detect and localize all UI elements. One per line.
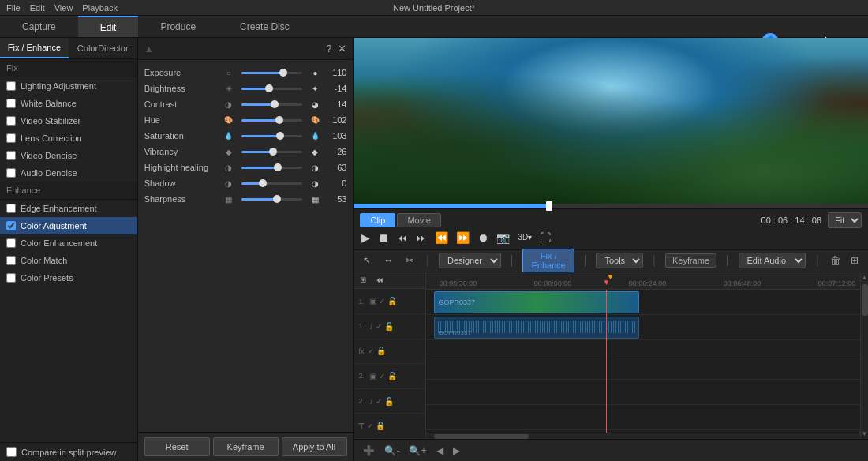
progress-thumb[interactable] — [546, 201, 552, 211]
track2-check-icon[interactable]: ✓ — [379, 372, 385, 380]
fix-item-whitebalance[interactable]: White Balance — [0, 95, 137, 112]
next-frame-btn[interactable]: ⏭ — [414, 231, 428, 244]
hue-track[interactable] — [241, 119, 303, 122]
fix-item-lens[interactable]: Lens Correction — [0, 129, 137, 147]
play-button[interactable]: ▶ — [360, 231, 372, 244]
track2-lock-icon[interactable]: 🔓 — [387, 372, 397, 380]
fix-item-stabilizer[interactable]: Video Stabilizer — [0, 112, 137, 129]
enhance-item-color-match[interactable]: Color Match — [0, 252, 137, 269]
menu-playback[interactable]: Playback — [82, 3, 118, 13]
scroll-down-btn[interactable]: ▼ — [861, 429, 868, 439]
tab-produce[interactable]: Produce — [138, 16, 218, 37]
v-scroll-thumb[interactable] — [862, 284, 868, 316]
fit-dropdown[interactable]: Fit — [828, 212, 862, 228]
grid-btn[interactable]: ⊞ — [847, 253, 862, 268]
exposure-track[interactable] — [241, 72, 303, 74]
fix-check-lens[interactable] — [6, 133, 16, 143]
menu-view[interactable]: View — [54, 3, 73, 13]
zoom-out-btn[interactable]: 🔍- — [381, 444, 402, 458]
contrast-track[interactable] — [241, 103, 303, 106]
zoom-in-btn[interactable]: 🔍+ — [406, 444, 429, 458]
menu-file[interactable]: File — [6, 3, 21, 13]
fix-check-whitebalance[interactable] — [6, 99, 16, 108]
prev-btn-bottom[interactable]: ◀ — [433, 444, 447, 458]
clip-block-video[interactable]: GOPR0337 — [434, 291, 639, 313]
fix-check-lighting[interactable] — [6, 81, 16, 91]
next-btn-bottom[interactable]: ▶ — [450, 444, 463, 458]
track2a-lock-icon[interactable]: 🔓 — [384, 397, 394, 406]
timeline-progress-bar[interactable] — [354, 204, 868, 208]
fix-item-audiodenoise[interactable]: Audio Denoise — [0, 164, 137, 182]
help-icon-btn[interactable]: ? — [326, 43, 331, 54]
compare-checkbox[interactable] — [6, 447, 17, 457]
fix-enhance-active-btn[interactable]: Fix / Enhance — [522, 249, 574, 272]
clip-block-audio[interactable]: GOPR0337 — [434, 317, 639, 339]
playhead[interactable] — [606, 290, 607, 433]
tab-edit[interactable]: Edit — [78, 16, 139, 37]
panel-tab-colordirector[interactable]: ColorDirector — [69, 38, 137, 58]
fix-item-videodenoise[interactable]: Video Denoise — [0, 147, 137, 164]
zoom-fit-btn[interactable]: ⊞ — [357, 274, 369, 286]
scroll-up-btn[interactable]: ▲ — [861, 272, 868, 283]
stop-button[interactable]: ⏹ — [376, 231, 391, 244]
track1-check-icon[interactable]: ✓ — [379, 297, 385, 305]
clip-tab[interactable]: Clip — [360, 213, 395, 227]
reset-button[interactable]: Reset — [144, 437, 210, 456]
vibrancy-track[interactable] — [241, 151, 303, 153]
text-check-icon[interactable]: ✓ — [367, 422, 373, 430]
delete-btn[interactable]: 🗑 — [830, 254, 841, 267]
track1a-check-icon[interactable]: ✓ — [376, 322, 382, 331]
saturation-track[interactable] — [241, 135, 303, 137]
designer-dropdown[interactable]: Designer — [439, 253, 501, 268]
shadow-track[interactable] — [241, 182, 303, 185]
edit-audio-dropdown[interactable]: Edit Audio — [739, 253, 806, 268]
keyframe-tl-btn[interactable]: Keyframe — [665, 253, 716, 268]
keyframe-button[interactable]: Keyframe — [213, 437, 279, 456]
prev-frame-btn[interactable]: ⏮ — [395, 231, 410, 244]
enhance-check-edge[interactable] — [6, 204, 16, 213]
enhance-item-color-presets[interactable]: Color Presets — [0, 269, 137, 287]
movie-tab[interactable]: Movie — [397, 213, 440, 227]
brightness-track[interactable] — [241, 88, 303, 90]
enhance-item-color-enh[interactable]: Color Enhancement — [0, 234, 137, 252]
ripple-tool-btn[interactable]: ↔ — [380, 253, 396, 268]
apply-to-all-button[interactable]: Apply to All — [282, 437, 347, 456]
record-btn[interactable]: ⏺ — [476, 231, 490, 244]
tab-create-disc[interactable]: Create Disc — [218, 16, 312, 37]
track1-lock-icon[interactable]: 🔓 — [387, 297, 397, 305]
text-lock-icon[interactable]: 🔓 — [376, 422, 385, 430]
track1a-lock-icon[interactable]: 🔓 — [384, 322, 394, 331]
enhance-check-color-enh[interactable] — [6, 238, 16, 248]
skip-back-btn[interactable]: ⏪ — [433, 231, 450, 244]
panel-tab-fix[interactable]: Fix / Enhance — [0, 38, 69, 58]
enhance-item-color-adj[interactable]: Color Adjustment — [0, 217, 137, 234]
cut-tool-btn[interactable]: ✂ — [402, 253, 417, 268]
enhance-check-color-adj[interactable] — [6, 221, 16, 230]
fix-check-videodenoise[interactable] — [6, 151, 16, 160]
highlight-track[interactable] — [241, 167, 303, 169]
sharpness-track[interactable] — [241, 198, 303, 201]
menu-edit[interactable]: Edit — [30, 3, 45, 13]
fx-check-icon[interactable]: ✓ — [368, 347, 374, 355]
enhance-check-color-match[interactable] — [6, 256, 16, 265]
fix-check-stabilizer[interactable] — [6, 116, 16, 126]
prev-marker-btn[interactable]: ⏮ — [372, 274, 387, 286]
h-scrollbar[interactable] — [426, 433, 860, 439]
track2a-check-icon[interactable]: ✓ — [376, 397, 382, 406]
3d-btn[interactable]: 3D▾ — [516, 233, 533, 242]
fx-lock-icon[interactable]: 🔓 — [376, 347, 386, 355]
arrow-tool-btn[interactable]: ↖ — [360, 253, 374, 268]
compare-row[interactable]: Compare in split preview — [0, 442, 137, 461]
fix-check-audiodenoise[interactable] — [6, 168, 16, 178]
vertical-scrollbar[interactable]: ▲ ▼ — [860, 272, 868, 440]
tab-capture[interactable]: Capture — [0, 16, 78, 37]
add-track-btn[interactable]: ➕ — [360, 444, 378, 458]
h-scroll-thumb[interactable] — [434, 434, 529, 439]
skip-fwd-btn[interactable]: ⏩ — [455, 231, 471, 244]
fullscreen-btn[interactable]: ⛶ — [538, 231, 552, 244]
fix-item-lighting[interactable]: Lighting Adjustment — [0, 77, 137, 95]
tools-dropdown[interactable]: Tools — [596, 253, 643, 268]
enhance-check-color-presets[interactable] — [6, 273, 16, 283]
enhance-item-edge[interactable]: Edge Enhancement — [0, 200, 137, 217]
snapshot-btn[interactable]: 📷 — [495, 231, 511, 244]
